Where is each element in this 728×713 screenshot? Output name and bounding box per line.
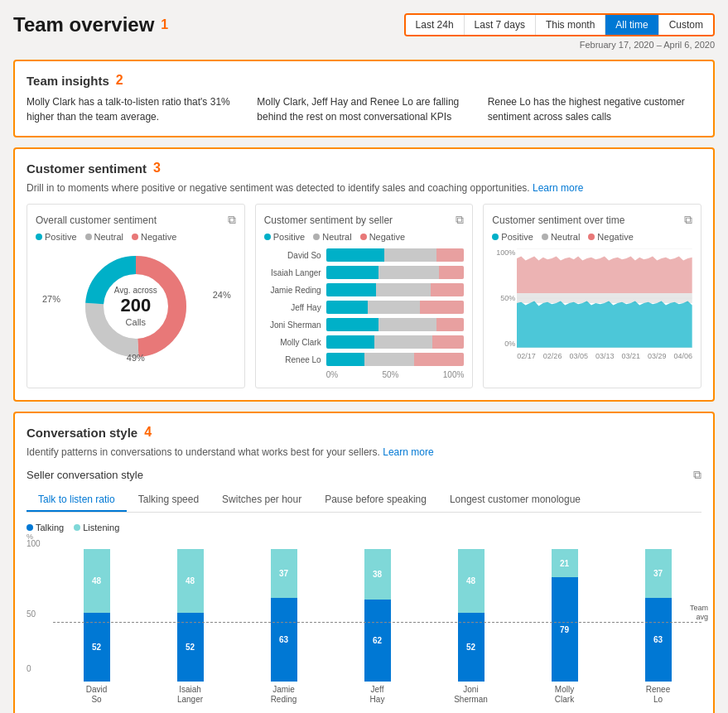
bar-positive [326,353,365,366]
bar-talking-seg: 63 [271,598,297,682]
bar-seller-label: JeffHay [370,685,385,705]
neutral-pct: 27% [42,294,60,304]
bar-group: 48 52 DavidSo [53,549,140,705]
seller-bar-bg [326,266,465,279]
seller-bar-row: Isaiah Langer [264,266,465,279]
filter-custom[interactable]: Custom [659,15,713,35]
bar-stack: 37 63 [268,549,300,682]
sentiment-num: 3 [153,161,161,176]
bar-positive [326,283,376,296]
bar-talking-seg: 52 [84,613,110,682]
team-insights-section: Team insights 2 Molly Clark has a talk-t… [13,60,715,137]
bar-group: 21 79 MollyClark [521,549,608,705]
bar-talking-seg: 62 [364,600,391,682]
insight-item-2: Renee Lo has the highest negative custom… [488,94,701,124]
overtime-legend: Positive Neutral Negative [492,232,692,242]
bar-y-axis: % 100500 [27,539,41,688]
seller-bar-row: Jeff Hay [264,301,465,314]
conv-style-desc: Identify patterns in conversations to un… [27,446,701,458]
sentiment-title: Customer sentiment 3 [27,161,701,176]
bar-positive [326,266,378,279]
insights-num: 2 [116,73,123,88]
overall-sentiment-panel: Overall customer sentiment ⧉ Positive Ne… [27,204,245,388]
conv-learn-more[interactable]: Learn more [383,446,433,458]
overall-sentiment-title: Overall customer sentiment ⧉ [36,213,236,227]
overall-copy-icon[interactable]: ⧉ [228,213,236,227]
bar-listening-seg: 21 [552,549,578,577]
conv-panel-header: Seller conversation style ⧉ [27,468,701,482]
bar-stack: 48 52 [175,549,206,682]
bar-talking-seg: 63 [645,598,672,682]
bar-group: 48 52 JoniSherman [427,549,514,705]
customer-sentiment-section: Customer sentiment 3 Drill in to moments… [13,147,715,402]
team-insights-title: Team insights 2 [27,73,701,88]
bar-group: 38 62 JeffHay [334,549,421,705]
bar-group: 37 63 ReneeLo [615,549,701,705]
filter-thismonth[interactable]: This month [536,15,605,35]
bar-listening-seg: 37 [271,549,297,598]
bar-group: 37 63 JamieReding [240,549,327,705]
conv-tab-4[interactable]: Longest customer monologue [438,489,592,512]
bar-stack: 38 62 [362,549,393,682]
overtime-svg-container: 02/1702/2603/0503/1303/2103/2904/06 [517,248,692,360]
bar-talking-seg: 52 [177,613,204,682]
filter-last24h[interactable]: Last 24h [406,15,465,35]
time-filter-group: Last 24h Last 7 days This month All time… [404,13,715,36]
donut-center: Avg. across 200 Calls [114,286,157,326]
overtime-title: Customer sentiment over time ⧉ [492,213,692,227]
bar-seller-label: ReneeLo [646,685,670,705]
bar-stack: 48 52 [456,549,487,682]
date-range: February 17, 2020 – April 6, 2020 [580,40,715,50]
conv-tab-3[interactable]: Pause before speaking [313,489,438,512]
bar-neutral [368,301,420,314]
negative-pct: 49% [127,353,145,363]
conv-panel-title: Seller conversation style [27,469,143,481]
bar-listening-seg: 48 [458,549,485,613]
seller-sentiment-title: Customer sentiment by seller ⧉ [264,213,465,227]
seller-bar-name: Renee Lo [264,355,326,364]
bar-listening-seg: 48 [177,549,204,613]
seller-copy-icon[interactable]: ⧉ [456,213,464,227]
conv-copy-icon[interactable]: ⧉ [693,468,701,482]
sentiment-desc: Drill in to moments where positive or ne… [27,182,701,194]
bar-neutral [378,318,436,331]
sentiment-learn-more[interactable]: Learn more [533,182,583,194]
overtime-copy-icon[interactable]: ⧉ [684,213,692,227]
positive-pct: 24% [213,290,231,300]
bar-talking-seg: 79 [552,577,578,682]
bar-neutral [374,335,432,349]
bar-neutral [384,248,436,262]
insight-item-0: Molly Clark has a talk-to-listen ratio t… [27,94,240,124]
conv-tab-0[interactable]: Talk to listen ratio [27,489,127,512]
seller-bar-name: Jamie Reding [264,286,326,295]
bar-chart-container: % 100500 48 52 DavidSo 48 52 IsaiahLange… [27,539,701,705]
seller-bar-chart: 48 52 DavidSo 48 52 IsaiahLanger 37 63 J… [53,556,701,705]
bar-seller-label: JoniSherman [454,685,488,705]
overtime-y-axis: 100%50%0% [492,248,517,348]
conv-num: 4 [144,425,152,440]
bar-positive [326,301,368,314]
bar-negative [436,248,464,262]
overall-legend: Positive Neutral Negative [36,232,236,242]
seller-sentiment-panel: Customer sentiment by seller ⧉ Positive … [255,204,474,388]
seller-bar-row: Renee Lo [264,353,465,366]
filter-alltime[interactable]: All time [605,15,658,35]
overtime-svg [517,248,692,348]
bar-chart: % 100500 48 52 DavidSo 48 52 IsaiahLange… [27,539,701,705]
seller-bar-bg [326,318,465,331]
filter-last7days[interactable]: Last 7 days [465,15,536,35]
conv-tab-2[interactable]: Switches per hour [210,489,313,512]
conversation-style-section: Conversation style 4 Identify patterns i… [13,412,715,713]
conv-tab-1[interactable]: Talking speed [127,489,210,512]
seller-bar-row: Joni Sherman [264,318,465,331]
bar-seller-label: JamieReding [271,685,297,705]
bar-stack: 21 79 [549,549,581,682]
seller-bar-row: Molly Clark [264,335,465,349]
seller-bars: David So Isaiah Langer Jamie Reding Jeff… [264,248,465,366]
seller-bar-name: Isaiah Langer [264,268,326,277]
header-num: 1 [161,17,168,32]
seller-legend: Positive Neutral Negative [264,232,465,242]
bar-talking-seg: 52 [458,613,485,682]
seller-bar-name: Joni Sherman [264,320,326,330]
seller-bar-name: Molly Clark [264,338,326,347]
